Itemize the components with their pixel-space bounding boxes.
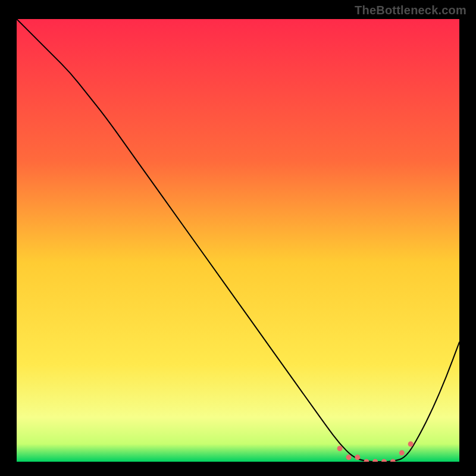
chart-stage: TheBottleneck.com <box>0 0 476 476</box>
marker-dot <box>346 455 352 460</box>
svg-rect-0 <box>17 19 459 462</box>
marker-dot <box>399 450 405 456</box>
plot-area <box>17 19 459 462</box>
marker-dot <box>337 446 343 451</box>
marker-dot <box>355 455 360 460</box>
watermark-text: TheBottleneck.com <box>355 4 466 17</box>
marker-dot <box>408 441 414 447</box>
bottleneck-chart <box>17 19 459 462</box>
